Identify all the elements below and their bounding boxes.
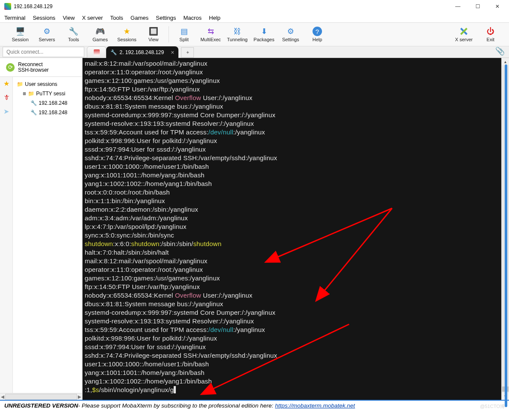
games-button[interactable]: 🎮Games — [87, 24, 113, 45]
split-button[interactable]: ▤Split — [171, 24, 197, 45]
new-tab-button[interactable]: ✦ — [181, 47, 194, 58]
tree-host-2[interactable]: 🔧192.168.248 — [15, 108, 82, 117]
menu-bar: Terminal Sessions View X server Tools Ga… — [0, 13, 509, 23]
menu-macros[interactable]: Macros — [183, 15, 202, 21]
help-button[interactable]: ?Help — [304, 24, 331, 45]
reload-icon: ⟳ — [6, 63, 15, 72]
xserver-button[interactable]: X server — [451, 24, 477, 45]
window-title: 192.168.248.129 — [14, 3, 448, 9]
session-button[interactable]: 🖥️Session — [7, 24, 34, 45]
exit-button[interactable]: ⏻Exit — [477, 24, 504, 45]
menu-view[interactable]: View — [63, 15, 75, 21]
quick-connect-input[interactable] — [3, 47, 84, 57]
menu-settings[interactable]: Settings — [156, 15, 176, 21]
multiexec-button[interactable]: ⇆MultiExec — [197, 24, 224, 45]
toolbar: 🖥️Session ⚙Servers 🔧Tools 🎮Games ★Sessio… — [0, 23, 509, 46]
download-icon: ⬇ — [259, 27, 269, 36]
tools-icon: 🔧 — [69, 27, 78, 36]
terminal[interactable]: mail:x:8:12:mail:/var/spool/mail:/yangli… — [83, 58, 501, 400]
menu-xserver[interactable]: X server — [82, 15, 103, 21]
svg-line-0 — [276, 208, 392, 258]
help-icon: ? — [313, 27, 322, 36]
tab-row: 🔧 2. 192.168.248.129 × ✦ 📎 — [0, 46, 509, 58]
x-icon — [459, 27, 469, 36]
servers-icon: ⚙ — [42, 27, 52, 36]
tab-close-icon[interactable]: × — [171, 49, 174, 56]
paperclip-icon[interactable]: 📎 — [495, 46, 505, 58]
menu-sessions[interactable]: Sessions — [33, 15, 55, 21]
status-bar: UNREGISTERED VERSION - Please support Mo… — [0, 400, 509, 410]
maximize-button[interactable]: ☐ — [468, 2, 488, 11]
packages-button[interactable]: ⬇Packages — [251, 24, 277, 45]
settings-button[interactable]: ⚙Settings — [277, 24, 304, 45]
star-icon[interactable]: ★ — [3, 79, 9, 88]
tree-putty[interactable]: ⊞📁PuTTY sessi — [15, 89, 82, 98]
sessions-button[interactable]: ★Sessions — [113, 24, 140, 45]
view-button[interactable]: 🔲View — [140, 24, 167, 45]
menu-tools[interactable]: Tools — [110, 15, 123, 21]
servers-button[interactable]: ⚙Servers — [34, 24, 60, 45]
tools-button[interactable]: 🔧Tools — [60, 24, 87, 45]
monitor-icon: 🖥️ — [15, 27, 25, 36]
tree-host-1[interactable]: 🔧192.168.248 — [15, 98, 82, 108]
home-icon — [94, 49, 100, 55]
tab-label: 2. 192.168.248.129 — [120, 49, 164, 55]
key-icon: 🔧 — [31, 110, 37, 116]
tunneling-icon: ⛓ — [233, 27, 242, 36]
key-icon: 🔧 — [31, 100, 37, 106]
split-icon: ▤ — [179, 27, 189, 36]
gear-icon: ⚙ — [286, 27, 295, 36]
send-icon[interactable]: ➤ — [3, 107, 9, 116]
menu-games[interactable]: Games — [131, 15, 149, 21]
reconnect-button[interactable]: ⟳ ReconnectSSH-browser — [0, 58, 82, 77]
watermark: @51CTO博 — [480, 403, 505, 410]
multiexec-icon: ⇆ — [206, 27, 215, 36]
menu-help[interactable]: Help — [209, 15, 221, 21]
sidebar: ⟳ ReconnectSSH-browser ★ 🗡 ➤ 📁User sessi… — [0, 58, 83, 400]
app-icon — [4, 3, 11, 10]
tree-user-sessions[interactable]: 📁User sessions — [15, 79, 82, 89]
svg-line-1 — [323, 208, 392, 292]
home-tab[interactable] — [87, 46, 106, 58]
key-icon: 🔧 — [110, 49, 117, 55]
knife-icon[interactable]: 🗡 — [3, 94, 10, 101]
menu-terminal[interactable]: Terminal — [4, 15, 25, 21]
window-titlebar: 192.168.248.129 — ☐ ✕ — [0, 0, 509, 13]
sidebar-rail: ★ 🗡 ➤ — [0, 77, 13, 393]
session-tree: ★ 🗡 ➤ 📁User sessions ⊞📁PuTTY sessi 🔧192.… — [0, 77, 82, 393]
tab-active[interactable]: 🔧 2. 192.168.248.129 × — [106, 46, 178, 58]
power-icon: ⏻ — [486, 27, 495, 36]
gamepad-icon: 🎮 — [95, 27, 105, 36]
sidebar-hscroll[interactable]: ◂▸ — [0, 393, 82, 400]
close-button[interactable]: ✕ — [488, 2, 507, 11]
star-icon: ★ — [122, 27, 132, 36]
view-icon: 🔲 — [149, 27, 158, 36]
unregistered-label: UNREGISTERED VERSION — [4, 402, 78, 409]
footer-link[interactable]: https://mobaxterm.mobatek.net — [275, 402, 355, 409]
tunneling-button[interactable]: ⛓Tunneling — [224, 24, 251, 45]
folder-icon: 📁 — [17, 81, 23, 87]
folder-icon: 📁 — [28, 91, 34, 97]
blue-indicator — [505, 64, 507, 407]
minimize-button[interactable]: — — [448, 2, 468, 11]
